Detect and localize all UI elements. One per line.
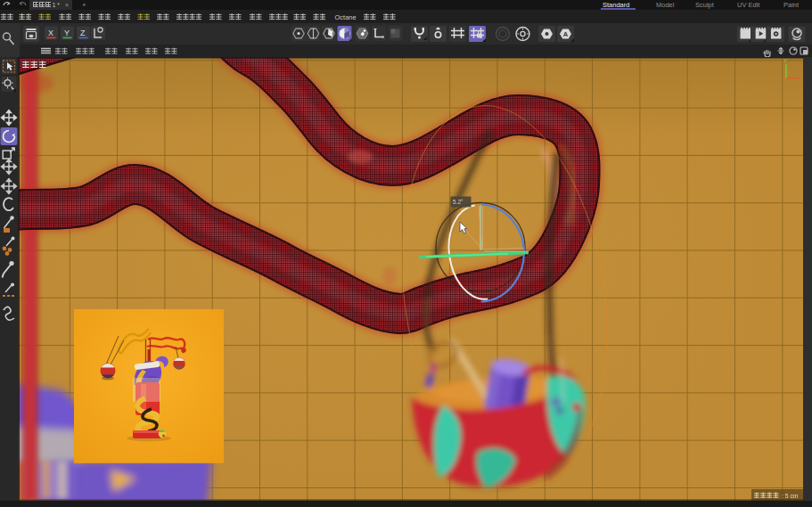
- svg-text:5.2°: 5.2°: [453, 199, 463, 205]
- svg-text:A: A: [563, 30, 569, 38]
- svg-text:Y: Y: [783, 58, 787, 63]
- svg-text:X: X: [48, 29, 53, 37]
- svg-text:Octane: Octane: [335, 13, 357, 21]
- svg-text:Y: Y: [64, 29, 70, 37]
- svg-text:Z: Z: [80, 29, 86, 37]
- svg-text:: 5 cm: : 5 cm: [782, 493, 799, 499]
